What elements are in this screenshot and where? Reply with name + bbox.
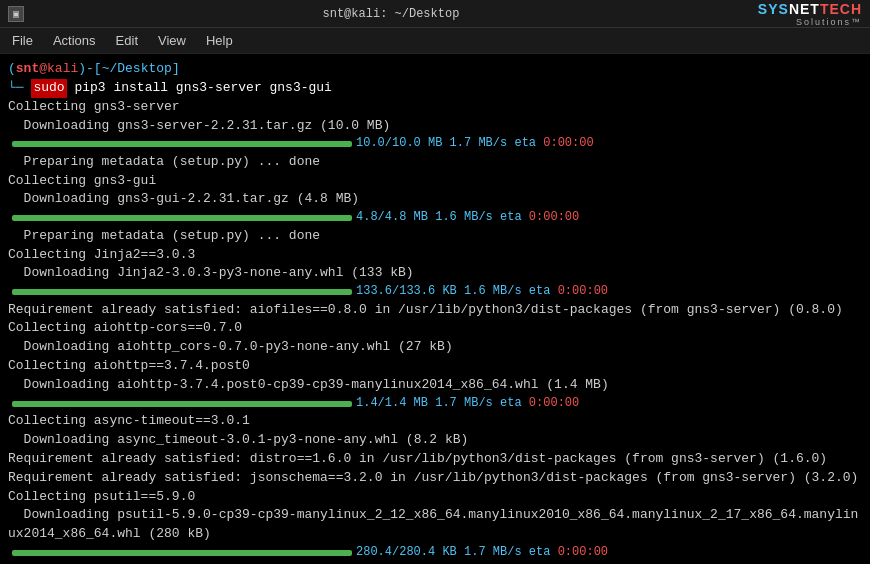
prompt-line: (snt@kali)-[~/Desktop] — [8, 60, 862, 79]
progress-5: 280.4/280.4 KB 1.7 MB/s eta 0:00:00 — [12, 544, 862, 561]
progress-bar-2 — [12, 215, 352, 221]
progress-bar-5 — [12, 550, 352, 556]
progress-info-4: 1.4/1.4 MB 1.7 MB/s eta 0:00:00 — [356, 395, 579, 412]
output-line-17: Requirement already satisfied: jsonschem… — [8, 469, 862, 488]
menu-actions[interactable]: Actions — [45, 31, 104, 50]
command-line: └─ sudo pip3 install gns3-server gns3-gu… — [8, 79, 862, 98]
output-line-8: Downloading Jinja2-3.0.3-py3-none-any.wh… — [8, 264, 862, 283]
progress-1: 10.0/10.0 MB 1.7 MB/s eta 0:00:00 — [12, 135, 862, 152]
window-icon: ▣ — [8, 6, 24, 22]
logo-sys: SYS — [758, 1, 789, 17]
progress-info-2: 4.8/4.8 MB 1.6 MB/s eta 0:00:00 — [356, 209, 579, 226]
output-line-19: Downloading psutil-5.9.0-cp39-cp39-manyl… — [8, 506, 862, 544]
output-line-13: Downloading aiohttp-3.7.4.post0-cp39-cp3… — [8, 376, 862, 395]
output-line-5: Downloading gns3-gui-2.2.31.tar.gz (4.8 … — [8, 190, 862, 209]
output-line-10: Collecting aiohttp-cors==0.7.0 — [8, 319, 862, 338]
progress-2: 4.8/4.8 MB 1.6 MB/s eta 0:00:00 — [12, 209, 862, 226]
prompt-arrow: └─ — [8, 79, 24, 98]
output-line-2: Downloading gns3-server-2.2.31.tar.gz (1… — [8, 117, 862, 136]
progress-bar-3 — [12, 289, 352, 295]
logo-net: NET — [789, 1, 820, 17]
terminal[interactable]: (snt@kali)-[~/Desktop] └─ sudo pip3 inst… — [0, 54, 870, 564]
prompt-close-bracket: )-[ — [78, 60, 101, 79]
output-line-3: Preparing metadata (setup.py) ... done — [8, 153, 862, 172]
prompt-path-close: ] — [172, 60, 180, 79]
menu-edit[interactable]: Edit — [108, 31, 146, 50]
output-line-4: Collecting gns3-gui — [8, 172, 862, 191]
progress-4: 1.4/1.4 MB 1.7 MB/s eta 0:00:00 — [12, 395, 862, 412]
menu-view[interactable]: View — [150, 31, 194, 50]
logo-text: SYSNETTECH — [758, 1, 862, 17]
output-line-6: Preparing metadata (setup.py) ... done — [8, 227, 862, 246]
prompt-path: ~/Desktop — [102, 60, 172, 79]
prompt-at: @ — [39, 60, 47, 79]
window-title: snt@kali: ~/Desktop — [24, 7, 758, 21]
cmd-rest: pip3 install gns3-server gns3-gui — [74, 79, 331, 98]
prompt-open-bracket: ( — [8, 60, 16, 79]
logo-solutions: Solutions™ — [796, 17, 862, 27]
progress-info-5: 280.4/280.4 KB 1.7 MB/s eta 0:00:00 — [356, 544, 608, 561]
titlebar: ▣ snt@kali: ~/Desktop SYSNETTECH Solutio… — [0, 0, 870, 28]
progress-info-3: 133.6/133.6 KB 1.6 MB/s eta 0:00:00 — [356, 283, 608, 300]
output-line-12: Collecting aiohttp==3.7.4.post0 — [8, 357, 862, 376]
output-line-14: Collecting async-timeout==3.0.1 — [8, 412, 862, 431]
output-line-16: Requirement already satisfied: distro==1… — [8, 450, 862, 469]
output-line-1: Collecting gns3-server — [8, 98, 862, 117]
prompt-user: snt — [16, 60, 39, 79]
output-line-15: Downloading async_timeout-3.0.1-py3-none… — [8, 431, 862, 450]
menu-help[interactable]: Help — [198, 31, 241, 50]
menubar: File Actions Edit View Help — [0, 28, 870, 54]
output-line-7: Collecting Jinja2==3.0.3 — [8, 246, 862, 265]
logo: SYSNETTECH Solutions™ — [758, 1, 862, 27]
prompt-host: kali — [47, 60, 78, 79]
menu-file[interactable]: File — [4, 31, 41, 50]
progress-3: 133.6/133.6 KB 1.6 MB/s eta 0:00:00 — [12, 283, 862, 300]
output-line-18: Collecting psutil==5.9.0 — [8, 488, 862, 507]
logo-tech: TECH — [820, 1, 862, 17]
progress-info-1: 10.0/10.0 MB 1.7 MB/s eta 0:00:00 — [356, 135, 594, 152]
output-line-9: Requirement already satisfied: aiofiles=… — [8, 301, 862, 320]
progress-bar-1 — [12, 141, 352, 147]
progress-bar-4 — [12, 401, 352, 407]
cmd-sudo: sudo — [31, 79, 66, 98]
output-line-11: Downloading aiohttp_cors-0.7.0-py3-none-… — [8, 338, 862, 357]
